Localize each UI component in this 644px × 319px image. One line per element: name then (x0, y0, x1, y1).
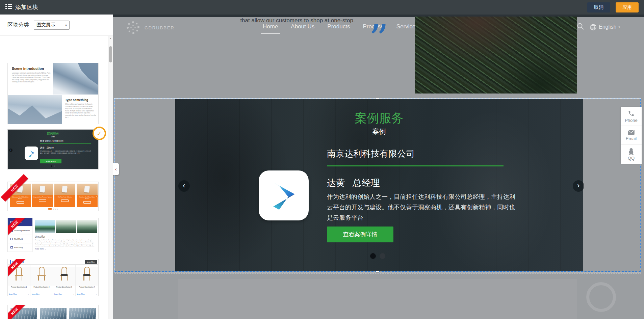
thumb-title: Scene introduction (12, 67, 44, 71)
panel-collapse-tab[interactable]: ‹ (113, 163, 119, 175)
search-icon[interactable] (577, 23, 584, 31)
mini-button (39, 200, 46, 202)
carousel-next-arrow[interactable]: › (573, 180, 584, 192)
chair-image (37, 267, 46, 281)
thumb-body2: While walking and watching, the focus is… (65, 103, 96, 119)
product-name: Galvanized Steel Solar Water Heater (10, 196, 31, 200)
scrollbar-thumb[interactable] (109, 46, 112, 62)
block-subtitle: 案例 (175, 127, 583, 136)
nav-icons: English ▾ (577, 23, 620, 31)
thumb-body: Landscape painting is a distinctive bran… (12, 72, 51, 83)
machinery-photo (69, 308, 96, 319)
thumb-solar-products[interactable]: NEW Galvanized Steel Solar Water Heater … (7, 182, 99, 211)
mini-dots (8, 165, 98, 167)
mini-detail-button: 查看案例详情 (40, 159, 61, 163)
product-card-row: Galvanized Steel Solar Water Heater Inte… (10, 184, 98, 207)
thumb-scene-intro[interactable]: Scene introduction Landscape painting is… (7, 63, 99, 124)
chevron-down-icon: ▾ (618, 25, 620, 29)
case-service-carousel: 案例服务 案例 南京达利科技有限公司 (175, 99, 583, 271)
mini-header-button: Learn More (85, 260, 97, 264)
scroll-up-arrow-icon[interactable]: ▲ (108, 36, 113, 41)
language-selector[interactable]: English ▾ (590, 24, 620, 31)
carousel-prev-arrow[interactable]: ‹ (178, 180, 190, 192)
nav-item-about[interactable]: About Us (291, 23, 314, 30)
mini-company-logo (25, 147, 38, 160)
mini-company: 南京达利科技有限公司 (40, 139, 63, 143)
mini-description: 作为达利的创始人之一，目前担任达利科技有限公司总经理，主持达利云平台的开发与建设… (40, 150, 91, 154)
contact-email-label: Email (626, 136, 637, 141)
category-label: 区块分类 (7, 22, 29, 29)
watermark-circle (586, 282, 616, 312)
read-more-link: Read More → (35, 248, 46, 250)
contact-qq-label: QQ (628, 156, 635, 161)
site-logo-text: CDRUBBER (145, 25, 175, 30)
company-logo (259, 170, 309, 220)
contact-phone-label: Phone (625, 118, 638, 123)
mini-prev-arrow-icon: ‹ (9, 149, 12, 152)
contact-qq[interactable]: QQ (621, 145, 642, 164)
mini-green-underline (40, 143, 91, 144)
company-name: 南京达利科技有限公司 (327, 148, 415, 160)
chair-image (15, 267, 23, 281)
water-heater-photo (84, 186, 90, 192)
sidebar-scrollbar[interactable]: ▲ (108, 36, 113, 319)
view-case-button[interactable]: 查看案例详情 (327, 227, 393, 242)
green-underline (327, 165, 504, 166)
thumb-chairs[interactable]: NEW Products Learn More Product Classifi… (7, 259, 99, 296)
nav-item-home[interactable]: Home (263, 23, 278, 30)
floating-contact-widget: Phone Email QQ (621, 107, 642, 164)
mini-next-arrow-icon: › (95, 195, 98, 198)
contact-phone[interactable]: Phone (621, 107, 642, 126)
person-name-role: 达黄总经理 (327, 177, 380, 189)
machinery-photo (40, 308, 67, 319)
product-name: Flat Plate Solar Collector (54, 196, 75, 198)
chair-card-row: Product Classification 1Learn More› Prod… (8, 265, 98, 296)
next-block-region (178, 279, 577, 319)
quote-mark-graphic: ” (369, 19, 389, 46)
next-block-dashed-line (115, 273, 641, 274)
chair-image (83, 267, 91, 281)
mini-photo-row (35, 220, 97, 233)
mini-next-arrow-icon: › (97, 225, 98, 229)
mini-button (61, 200, 69, 202)
mountain-photo (8, 95, 62, 124)
qq-icon (628, 148, 634, 155)
carousel-dot-active[interactable] (370, 253, 376, 259)
chevron-down-icon: ▾ (65, 23, 67, 27)
thumb-body: Be pragmatic, Brother Union Machinery ha… (35, 239, 96, 246)
category-select[interactable]: 图文展示 ▾ (34, 21, 70, 30)
selected-check-icon: ✓ (93, 127, 106, 140)
editor-topbar: 添加区块 取消 应用 (0, 0, 644, 15)
site-logo[interactable]: CDRUBBER (126, 20, 175, 35)
category-select-value: 图文展示 (36, 22, 55, 28)
landscape-photo (35, 220, 55, 233)
thumb-uncoiler[interactable]: NEW Uncoiler Leveling Machine Roll Mold … (7, 218, 99, 252)
person-description: 作为达利的创始人之一，目前担任达利科技有限公司总经理，主持达利云平台的开发与建设… (327, 192, 517, 223)
mini-dots (8, 208, 98, 210)
site-preview: CDRUBBER that allow our customers to sho… (113, 15, 644, 319)
carousel-dot[interactable] (380, 253, 385, 259)
nav-item-products[interactable]: Products (327, 23, 350, 30)
thumb-case-service-selected[interactable]: 案例服务 案例 南京达利科技有限公司 (7, 129, 99, 169)
apply-button[interactable]: 应用 (616, 2, 639, 12)
list-icon (5, 4, 12, 11)
sidebar-header: 区块分类 图文展示 ▾ (0, 15, 113, 36)
mini-person: 达黄总经理 (40, 146, 54, 150)
language-label: English (599, 24, 616, 30)
block-sidebar: 区块分类 图文展示 ▾ Scene introduction Landscape… (0, 15, 113, 319)
thumbnail-list: Scene introduction Landscape painting is… (0, 36, 108, 319)
thumb-storage-logistic[interactable]: NEW Storage & LogisticWith the developme… (7, 305, 99, 319)
menu-icon (10, 238, 13, 240)
cancel-button[interactable]: 取消 (587, 2, 610, 12)
mini-button (17, 201, 24, 204)
landscape-photo (56, 220, 76, 233)
topbar-actions: 取消 应用 (587, 2, 639, 12)
dots-logo-icon (126, 20, 140, 35)
block-editor-app: 添加区块 取消 应用 区块分类 图文展示 ▾ Scene introductio… (0, 0, 644, 319)
nav-item-service[interactable]: Service (396, 23, 416, 30)
contact-email[interactable]: Email (621, 126, 642, 145)
globe-icon (590, 24, 597, 31)
editor-title: 添加区块 (5, 3, 38, 11)
water-heater-photo (40, 186, 45, 192)
thumb-title: Uncoiler (35, 235, 45, 238)
